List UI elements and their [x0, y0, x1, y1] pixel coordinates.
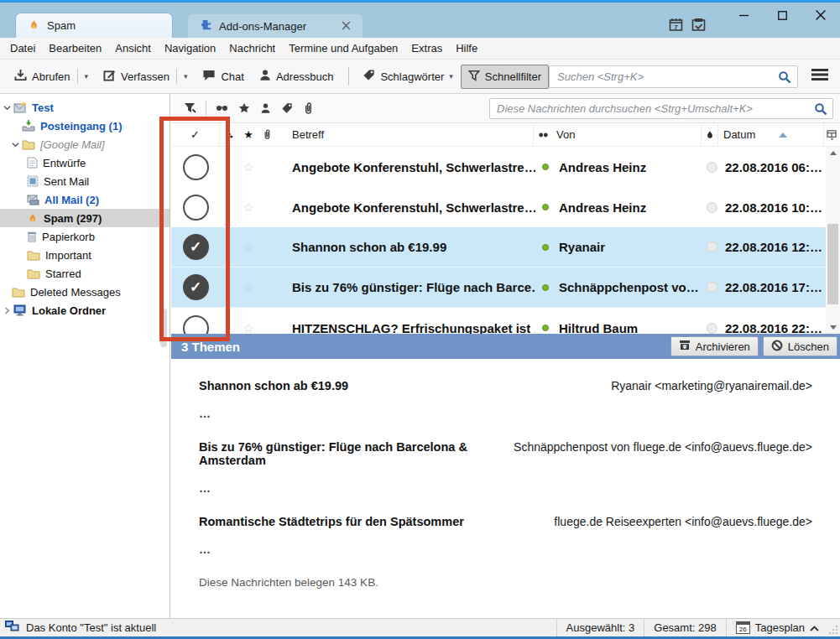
tab-addons-manager[interactable]: Add-ons-Manager [188, 14, 363, 38]
global-search-input[interactable] [550, 66, 797, 87]
select-circle-checked[interactable]: ✓ [183, 234, 209, 260]
tags-button[interactable]: Schlagwörter ▾ [355, 64, 460, 89]
quick-filter-search-input[interactable] [490, 99, 832, 118]
chevron-down-icon[interactable]: ▾ [85, 72, 89, 81]
message-row[interactable]: ✓ ☆ Shannon schon ab €19.99 Ryanair 22.0… [171, 227, 826, 268]
filter-starred-icon[interactable] [233, 99, 255, 117]
delete-button[interactable]: Löschen [763, 336, 837, 356]
folder-item-deleted-messages[interactable]: Deleted Messages [0, 283, 170, 301]
folder-item-test-account[interactable]: Test [0, 98, 170, 117]
message-row[interactable]: ☆ HITZENSCHLAG? Erfrischungspaket ist … … [171, 308, 826, 334]
message-row[interactable]: ✓ ☆ Bis zu 76% günstiger: Flüge nach Bar… [171, 268, 826, 308]
star-icon[interactable]: ☆ [238, 281, 258, 294]
folder-item-important[interactable]: Important [0, 246, 170, 264]
select-circle-unchecked[interactable] [183, 195, 209, 221]
folder-item-google-mail[interactable]: [Google Mail] [0, 135, 170, 153]
preview-message[interactable]: Romantische Städtetrips für den Spätsomm… [199, 515, 812, 556]
column-attachment[interactable] [258, 123, 275, 146]
menu-bearbeiten[interactable]: Bearbeiten [42, 39, 108, 58]
scroll-down-icon[interactable] [826, 321, 840, 334]
junk-status-icon[interactable] [707, 242, 717, 252]
unread-dot-icon[interactable] [542, 164, 549, 170]
folder-pane-scrollbar-thumb[interactable] [160, 309, 167, 347]
select-circle-unchecked[interactable] [183, 315, 209, 335]
quick-filter-toggle-button[interactable]: Schnellfilter [461, 65, 549, 89]
column-subject[interactable]: Betreff [275, 123, 533, 146]
junk-status-icon[interactable] [707, 282, 717, 293]
close-button[interactable] [801, 3, 840, 28]
scroll-up-icon[interactable] [826, 147, 840, 159]
message-row[interactable]: ☆ Angebote Konferenstuhl, Schwerlastre… … [171, 147, 826, 187]
select-circle-checked[interactable]: ✓ [183, 274, 209, 300]
chevron-down-icon[interactable] [2, 104, 12, 112]
scrollbar-thumb[interactable] [827, 224, 838, 304]
folder-item-entwuerfe[interactable]: Entwürfe [0, 153, 170, 172]
resize-grip[interactable] [828, 619, 840, 636]
tab-close-icon[interactable] [342, 20, 351, 33]
message-list-scrollbar[interactable] [826, 147, 840, 334]
menu-termine-und-aufgaben[interactable]: Termine und Aufgaben [282, 39, 404, 58]
menu-datei[interactable]: Datei [3, 39, 42, 58]
column-from[interactable]: Von [553, 123, 701, 146]
search-icon[interactable] [778, 70, 791, 87]
addressbook-button[interactable]: Adressbuch [252, 64, 342, 89]
maximize-button[interactable] [763, 3, 801, 28]
tab-spam[interactable]: Spam [15, 13, 173, 38]
select-circle-unchecked[interactable] [183, 154, 209, 180]
filter-tag-icon[interactable] [276, 99, 298, 117]
calendar-tab-icon[interactable]: 7 [669, 18, 683, 35]
folder-item-posteingang[interactable]: Posteingang (1) [0, 117, 170, 135]
menu-navigation[interactable]: Navigation [158, 39, 222, 58]
filter-contact-icon[interactable] [255, 99, 276, 117]
chevron-down-icon[interactable]: ▾ [449, 72, 453, 81]
sticky-filter-icon[interactable] [178, 98, 201, 118]
chevron-down-icon[interactable]: ▾ [184, 72, 188, 81]
search-icon[interactable] [814, 102, 827, 119]
junk-status-icon[interactable] [707, 202, 717, 213]
folder-item-papierkorb[interactable]: Papierkorb [0, 227, 170, 246]
unread-dot-icon[interactable] [542, 325, 549, 331]
filter-attachment-icon[interactable] [298, 99, 319, 118]
folder-item-starred[interactable]: Starred [0, 264, 170, 283]
star-icon[interactable]: ☆ [238, 200, 258, 214]
message-row[interactable]: ☆ Angebote Konferenstuhl, Schwerlastre… … [171, 187, 826, 227]
column-starred[interactable]: ★ [238, 123, 258, 146]
column-unread[interactable] [533, 123, 553, 146]
unread-dot-icon[interactable] [542, 284, 549, 291]
star-icon[interactable]: ☆ [238, 241, 258, 254]
quick-filter-search-box [489, 98, 833, 119]
folder-item-spam[interactable]: Spam (297) [0, 209, 170, 227]
unread-dot-icon[interactable] [542, 244, 549, 251]
chat-button[interactable]: Chat [195, 64, 251, 89]
star-icon[interactable]: ☆ [238, 160, 258, 174]
today-pane-toggle[interactable]: 26 Tagesplan [726, 619, 828, 636]
column-picker-button[interactable] [823, 123, 840, 146]
online-status-icon[interactable] [5, 621, 19, 635]
column-thread[interactable] [220, 123, 238, 146]
menu-nachricht[interactable]: Nachricht [222, 39, 282, 58]
chevron-down-icon[interactable] [10, 141, 20, 148]
compose-button[interactable]: Verfassen ▾ [96, 64, 195, 89]
tasks-tab-icon[interactable] [691, 18, 706, 35]
column-date[interactable]: Datum [717, 123, 823, 146]
menu-ansicht[interactable]: Ansicht [108, 39, 158, 58]
folder-item-lokale-ordner[interactable]: Lokale Ordner [0, 301, 170, 320]
junk-status-icon[interactable] [707, 162, 717, 173]
folder-item-sent-mail[interactable]: Sent Mail [0, 172, 170, 190]
junk-status-icon[interactable] [707, 323, 717, 334]
star-icon[interactable]: ☆ [238, 321, 258, 334]
get-mail-button[interactable]: Abrufen ▾ [7, 64, 96, 89]
archive-button[interactable]: Archivieren [670, 336, 759, 356]
menu-hilfe[interactable]: Hilfe [449, 39, 484, 58]
menu-extras[interactable]: Extras [404, 39, 449, 58]
preview-message[interactable]: Shannon schon ab €19.99 Ryanair <marketi… [199, 379, 812, 420]
chevron-right-icon[interactable] [2, 307, 12, 314]
filter-unread-icon[interactable] [211, 101, 233, 116]
preview-message[interactable]: Bis zu 76% günstiger: Flüge nach Barcelo… [199, 440, 812, 495]
column-select[interactable]: ✓ [171, 123, 220, 146]
minimize-button[interactable] [724, 3, 763, 28]
column-junk[interactable] [701, 123, 717, 146]
unread-dot-icon[interactable] [542, 204, 549, 210]
folder-item-all-mail[interactable]: All Mail (2) [0, 190, 170, 209]
app-menu-button[interactable] [806, 65, 833, 87]
